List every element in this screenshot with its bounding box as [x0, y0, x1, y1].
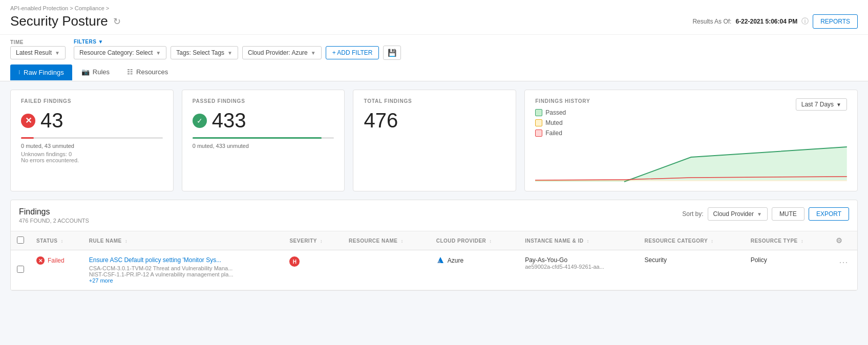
chevron-down-icon: ▼ — [227, 50, 232, 56]
page-title: Security Posture — [10, 13, 108, 29]
rule-meta-2: NIST-CSF-1.1-PR.IP-12 A vulnerability ma… — [89, 271, 278, 277]
sort-icon: ↕ — [490, 239, 492, 244]
chevron-down-icon: ▼ — [311, 50, 316, 56]
instance-name-column-header[interactable]: INSTANCE NAME & ID ↕ — [519, 231, 638, 250]
passed-count: 433 — [212, 109, 246, 132]
tab-resources[interactable]: ☷ Resources — [119, 64, 176, 81]
passed-findings-card: PASSED FINDINGS ✓ 433 0 muted, 433 unmut… — [182, 90, 345, 191]
history-title: FINDINGS HISTORY — [535, 98, 590, 104]
add-filter-button[interactable]: + ADD FILTER — [326, 46, 379, 59]
resource-category: Security — [645, 256, 667, 264]
reports-button[interactable]: REPORTS — [813, 14, 858, 29]
resource-type: Policy — [751, 256, 767, 264]
chevron-down-icon: ▼ — [836, 102, 841, 107]
tags-dropdown[interactable]: Tags: Select Tags ▼ — [171, 46, 238, 59]
settings-column-header[interactable]: ⚙ — [830, 231, 857, 250]
status-badge: ✕ Failed — [36, 256, 77, 265]
gear-icon[interactable]: ⚙ — [836, 236, 843, 245]
azure-logo-icon — [436, 256, 444, 265]
cloud-provider-column-header[interactable]: CLOUD PROVIDER ↕ — [430, 231, 519, 250]
total-count: 476 — [364, 109, 398, 132]
chevron-down-icon: ▼ — [156, 50, 161, 56]
rule-meta-more[interactable]: +27 more — [89, 277, 278, 284]
table-row: ✕ Failed Ensure ASC Default policy setti… — [11, 250, 857, 290]
findings-section: Findings 476 FOUND, 2 ACCOUNTS Sort by: … — [10, 200, 858, 291]
sort-icon: ↕ — [125, 239, 128, 244]
instance-name: Pay-As-You-Go — [525, 256, 632, 264]
info-icon: ⓘ — [801, 17, 809, 26]
rules-icon: 📷 — [81, 68, 90, 76]
legend-muted: Muted — [535, 119, 590, 126]
chevron-down-icon: ▼ — [757, 211, 762, 217]
sort-by-dropdown[interactable]: Cloud Provider ▼ — [708, 207, 768, 221]
breadcrumb: API-enabled Protection > Compliance > — [10, 5, 858, 11]
severity-badge: H — [289, 256, 300, 267]
resource-type-column-header[interactable]: RESOURCE TYPE ↕ — [745, 231, 830, 250]
save-filter-button[interactable]: 💾 — [383, 46, 401, 60]
time-label: TIME — [10, 39, 66, 45]
failed-sub: 0 muted, 43 unmuted — [21, 143, 163, 149]
status-column-header[interactable]: STATUS ↕ — [30, 231, 83, 250]
latest-result-dropdown[interactable]: Latest Result ▼ — [10, 46, 66, 59]
history-period-dropdown[interactable]: Last 7 Days ▼ — [796, 98, 847, 111]
failed-icon: ✕ — [21, 114, 35, 128]
select-all-checkbox[interactable] — [11, 231, 30, 250]
legend-passed: Passed — [535, 109, 590, 116]
resource-name-column-header[interactable]: RESOURCE NAME ↕ — [343, 231, 430, 250]
sort-icon: ↕ — [801, 239, 803, 244]
rule-meta-1: CSA-CCM-3.0.1-TVM-02 Threat and Vulnerab… — [89, 265, 278, 271]
failed-findings-label: FAILED FINDINGS — [21, 98, 163, 104]
resource-category-dropdown[interactable]: Resource Category: Select ▼ — [74, 46, 166, 59]
grid-icon: ⁝ — [18, 69, 20, 76]
cloud-provider-cell: Azure — [436, 256, 513, 265]
findings-history-card: FINDINGS HISTORY Passed Muted Failed — [524, 90, 858, 191]
failed-count: 43 — [40, 109, 63, 132]
failed-findings-card: FAILED FINDINGS ✕ 43 0 muted, 43 unmuted… — [10, 90, 174, 191]
tab-raw-findings[interactable]: ⁝ Raw Findings — [10, 64, 72, 80]
passed-findings-label: PASSED FINDINGS — [193, 98, 334, 104]
mute-button[interactable]: MUTE — [772, 207, 805, 221]
history-chart — [535, 142, 847, 183]
sort-icon: ↕ — [401, 239, 404, 244]
results-date: 6-22-2021 5:06:04 PM — [735, 18, 797, 25]
no-errors: No errors encountered. — [21, 157, 163, 163]
findings-table-container: STATUS ↕ RULE NAME ↕ SEVERITY ↕ RESOUR — [11, 231, 857, 290]
sort-icon: ↕ — [61, 239, 63, 244]
findings-title: Findings — [19, 207, 89, 217]
svg-marker-0 — [535, 147, 847, 182]
chevron-down-icon: ▼ — [98, 39, 103, 45]
unknown-findings: Unknown findings: 0 — [21, 151, 163, 157]
status-fail-icon: ✕ — [36, 256, 45, 265]
total-findings-label: TOTAL FINDINGS — [364, 98, 505, 104]
findings-subtitle: 476 FOUND, 2 ACCOUNTS — [19, 218, 89, 224]
resources-icon: ☷ — [127, 68, 133, 76]
results-as-of-label: Results As Of: — [692, 18, 731, 25]
row-checkbox[interactable] — [17, 266, 24, 273]
sort-icon: ↕ — [711, 239, 713, 244]
total-findings-card: TOTAL FINDINGS 476 — [353, 90, 516, 191]
rule-name-column-header[interactable]: RULE NAME ↕ — [83, 231, 284, 250]
passed-sub: 0 muted, 433 unmuted — [193, 143, 334, 149]
legend-failed: Failed — [535, 130, 590, 137]
severity-column-header[interactable]: SEVERITY ↕ — [283, 231, 343, 250]
refresh-icon[interactable]: ↻ — [113, 16, 121, 27]
passed-icon: ✓ — [193, 114, 207, 128]
more-actions-icon[interactable]: ⋯ — [836, 256, 851, 268]
sort-icon: ↕ — [320, 239, 323, 244]
instance-id: ae59002a-cfd5-4149-9261-aa... — [525, 264, 632, 270]
rule-name[interactable]: Ensure ASC Default policy setting 'Monit… — [89, 256, 278, 264]
filters-label[interactable]: FILTERS ▼ — [74, 39, 401, 45]
tab-rules[interactable]: 📷 Rules — [73, 64, 118, 81]
resource-category-column-header[interactable]: RESOURCE CATEGORY ↕ — [639, 231, 745, 250]
chevron-down-icon: ▼ — [55, 50, 60, 56]
cloud-provider-dropdown[interactable]: Cloud Provider: Azure ▼ — [242, 46, 322, 59]
export-button[interactable]: EXPORT — [809, 207, 849, 221]
sort-by-label: Sort by: — [682, 210, 703, 218]
sort-icon: ↕ — [587, 239, 589, 244]
